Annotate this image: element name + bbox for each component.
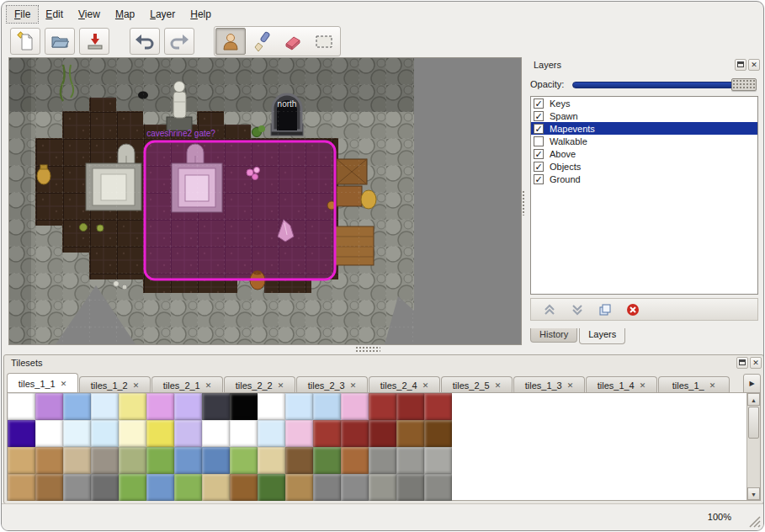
close-tab-icon[interactable]: ✕ xyxy=(205,381,212,390)
tile[interactable] xyxy=(63,447,91,474)
opacity-slider[interactable] xyxy=(572,77,757,91)
tile[interactable] xyxy=(35,420,63,447)
tileset-tab-tiles_1_3[interactable]: tiles_1_3✕ xyxy=(513,376,585,393)
resize-grip[interactable] xyxy=(748,515,761,528)
tile[interactable] xyxy=(313,474,341,501)
tile[interactable] xyxy=(8,393,35,420)
tile[interactable] xyxy=(369,420,396,447)
tile[interactable] xyxy=(8,420,35,447)
float-tilesets-button[interactable] xyxy=(736,357,748,369)
tile[interactable] xyxy=(313,420,341,447)
close-tab-icon[interactable]: ✕ xyxy=(495,381,502,390)
undo-button[interactable] xyxy=(130,28,160,55)
layer-visibility-checkbox[interactable]: ✓ xyxy=(534,111,544,121)
tile[interactable] xyxy=(174,474,202,501)
splitter-horizontal[interactable] xyxy=(355,346,380,353)
menu-help[interactable]: Help xyxy=(183,6,219,23)
duplicate-layer-button[interactable] xyxy=(597,301,614,318)
tileset-tab-tiles_1_1[interactable]: tiles_1_1✕ xyxy=(7,373,78,393)
float-panel-button[interactable] xyxy=(735,59,746,71)
tile[interactable] xyxy=(424,474,452,501)
tile[interactable] xyxy=(146,393,174,420)
tile[interactable] xyxy=(202,474,230,501)
layer-visibility-checkbox[interactable]: ✓ xyxy=(534,149,544,159)
layer-row-keys[interactable]: ✓Keys xyxy=(531,97,757,109)
layer-row-walkable[interactable]: Walkable xyxy=(531,135,757,147)
tile[interactable] xyxy=(258,393,285,420)
tile[interactable] xyxy=(35,474,63,501)
tile[interactable] xyxy=(202,393,230,420)
menu-map[interactable]: Map xyxy=(108,6,142,23)
menu-edit[interactable]: Edit xyxy=(38,6,71,23)
tile[interactable] xyxy=(396,420,424,447)
tile[interactable] xyxy=(63,420,91,447)
select-tool-button[interactable] xyxy=(309,28,339,55)
tile[interactable] xyxy=(424,420,452,447)
tile[interactable] xyxy=(230,447,258,474)
save-button[interactable] xyxy=(79,28,109,55)
splitter-vertical[interactable] xyxy=(522,190,526,215)
tile[interactable] xyxy=(258,474,285,501)
tile[interactable] xyxy=(146,474,174,501)
tile[interactable] xyxy=(35,393,63,420)
tile[interactable] xyxy=(230,474,258,501)
redo-button[interactable] xyxy=(164,28,194,55)
tile[interactable] xyxy=(146,447,174,474)
tile[interactable] xyxy=(119,447,146,474)
tile[interactable] xyxy=(119,393,146,420)
layer-row-ground[interactable]: ✓Ground xyxy=(531,173,757,185)
tile[interactable] xyxy=(341,447,369,474)
tile[interactable] xyxy=(8,474,35,501)
tile[interactable] xyxy=(341,393,369,420)
tile[interactable] xyxy=(91,474,119,501)
tile[interactable] xyxy=(285,447,313,474)
tile[interactable] xyxy=(341,420,369,447)
layer-visibility-checkbox[interactable]: ✓ xyxy=(534,174,544,184)
tile[interactable] xyxy=(369,447,396,474)
delete-layer-button[interactable] xyxy=(624,301,641,318)
tile[interactable] xyxy=(285,474,313,501)
layer-visibility-checkbox[interactable]: ✓ xyxy=(534,98,544,109)
layer-row-objects[interactable]: ✓Objects xyxy=(531,160,757,173)
tile[interactable] xyxy=(424,393,452,420)
tileset-tab-tiles_1_4[interactable]: tiles_1_4✕ xyxy=(586,376,657,393)
tileset-tab-tiles_2_4[interactable]: tiles_2_4✕ xyxy=(369,376,440,393)
tile[interactable] xyxy=(91,420,119,447)
close-tilesets-button[interactable]: ✕ xyxy=(750,357,762,369)
close-panel-button[interactable]: ✕ xyxy=(748,59,760,71)
scroll-up-button[interactable]: ▲ xyxy=(747,393,760,406)
tile[interactable] xyxy=(35,447,63,474)
tile[interactable] xyxy=(230,420,258,447)
close-tab-icon[interactable]: ✕ xyxy=(709,381,716,390)
close-tab-icon[interactable]: ✕ xyxy=(61,380,67,388)
tile[interactable] xyxy=(174,420,202,447)
tile[interactable] xyxy=(63,474,91,501)
tile[interactable] xyxy=(8,447,35,474)
layer-row-above[interactable]: ✓Above xyxy=(531,147,757,160)
tile[interactable] xyxy=(230,393,258,420)
tile[interactable] xyxy=(285,393,313,420)
tile[interactable] xyxy=(202,420,230,447)
new-file-button[interactable] xyxy=(10,28,40,55)
close-tab-icon[interactable]: ✕ xyxy=(567,381,574,390)
tile[interactable] xyxy=(202,447,230,474)
tileset-view[interactable]: ▲ ▼ xyxy=(7,392,761,501)
tile[interactable] xyxy=(119,420,146,447)
layer-visibility-checkbox[interactable] xyxy=(534,136,544,146)
layer-row-mapevents[interactable]: ✓Mapevents xyxy=(531,122,757,135)
tile[interactable] xyxy=(258,420,285,447)
tile[interactable] xyxy=(396,474,424,501)
eraser-tool-button[interactable] xyxy=(278,28,308,55)
tileset-tab-tiles_1_2[interactable]: tiles_1_2✕ xyxy=(79,376,151,393)
tileset-tab-tiles_1_[interactable]: tiles_1_✕ xyxy=(658,376,730,393)
scroll-tabs-right-button[interactable]: ▶ xyxy=(743,374,761,393)
tile[interactable] xyxy=(91,393,119,420)
tile[interactable] xyxy=(146,420,174,447)
tile[interactable] xyxy=(285,420,313,447)
open-button[interactable] xyxy=(45,28,75,55)
layer-row-spawn[interactable]: ✓Spawn xyxy=(531,109,757,122)
raise-layer-button[interactable] xyxy=(541,301,558,318)
tileset-tab-tiles_2_1[interactable]: tiles_2_1✕ xyxy=(151,376,223,393)
close-tab-icon[interactable]: ✕ xyxy=(133,381,140,390)
close-tab-icon[interactable]: ✕ xyxy=(640,381,646,390)
